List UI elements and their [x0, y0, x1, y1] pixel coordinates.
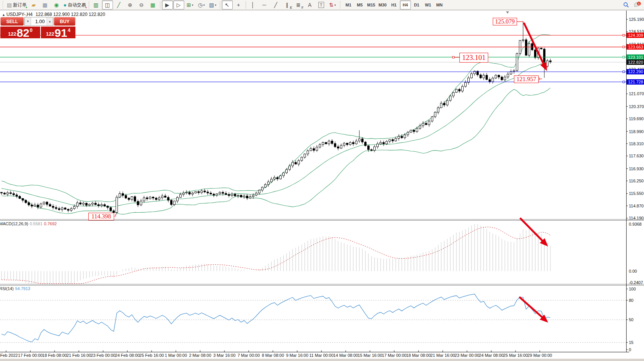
price-badge-label: 121.728	[628, 80, 643, 84]
time-axis-label: 2 Mar 08:00	[189, 353, 212, 358]
level-anchor	[623, 35, 625, 36]
price-tick-label: 121.070	[629, 91, 644, 96]
template-icon[interactable]: ▧▾	[207, 0, 218, 9]
chart-canvas[interactable]: 125.190124.510123.810123.110122.430121.7…	[0, 0, 644, 361]
toolbar-separator	[220, 1, 220, 9]
price-badge-label: 124.309	[628, 33, 643, 38]
time-axis-label: 7 Mar 00:00	[238, 353, 260, 358]
zoom-out-icon[interactable]: ⊖	[136, 0, 147, 9]
price-tick-label: 116.930	[629, 166, 644, 171]
signal-icon[interactable]: ◉	[51, 0, 62, 9]
search-icon[interactable]	[620, 0, 631, 9]
macd-scale-label: -0.2407	[629, 280, 643, 285]
new-order-button[interactable]: ▤+新订单	[6, 0, 28, 9]
rsi-scale-label: 0	[629, 347, 631, 352]
bar-chart-icon[interactable]: ▥	[91, 0, 102, 9]
timeframe-w1[interactable]: W1	[423, 0, 434, 9]
text-label-icon[interactable]: T	[316, 0, 327, 9]
arrows-icon[interactable]: ⇅▾	[327, 0, 338, 9]
timeframe-h1[interactable]: H1	[389, 0, 400, 9]
chart-window-icon[interactable]: ▦	[39, 0, 50, 9]
time-axis-label: 21 Mar 16:00	[431, 353, 455, 358]
time-axis-label: 25 Mar 16:00	[503, 353, 528, 358]
symbol-period: USDJPY-,H4	[6, 12, 33, 17]
price-badge-label: 123.663	[628, 45, 643, 49]
toolbar-separator	[89, 1, 89, 9]
timeframe-m30[interactable]: M30	[377, 0, 388, 9]
annotation-114398: 114.398	[88, 213, 114, 220]
auto-scroll-icon[interactable]: ▶	[162, 0, 173, 9]
line-chart-icon[interactable]: ╱	[113, 0, 124, 9]
macd-signal-value: 0.7692	[44, 221, 57, 226]
time-axis-label: 1 Mar 00:00	[165, 353, 187, 358]
timeframe-d1[interactable]: D1	[411, 0, 422, 9]
chat-icon[interactable]: 1	[632, 0, 643, 9]
status-strip	[0, 359, 644, 361]
horizontal-line-icon[interactable]: ─	[259, 0, 270, 9]
volume-input[interactable]: 1.00	[31, 17, 47, 25]
timeframe-m5[interactable]: M5	[354, 0, 365, 9]
annotation-125079: 125.079	[493, 18, 517, 25]
zoom-in-icon[interactable]: ⊕	[125, 0, 136, 9]
time-axis-label: 8 Mar 08:00	[262, 353, 284, 358]
timeframe-h4[interactable]: H4	[400, 0, 411, 9]
timeframe-m1[interactable]: M1	[343, 0, 354, 9]
timeframe-m15[interactable]: M15	[366, 0, 377, 9]
price-badge-label: 123.101	[628, 55, 643, 60]
time-axis-label: 3 Mar 16:00	[213, 353, 236, 358]
macd-signal-line	[2, 227, 550, 284]
price-tick-label: 117.630	[629, 154, 644, 158]
price-badge-label: 122.290	[628, 69, 643, 74]
ohlc-values: 122.868 122.900 122.820 122.820	[36, 12, 105, 17]
autotrading-button[interactable]: ●▪自动交易	[62, 0, 87, 9]
candles	[1, 21, 552, 214]
macd-name: MACD(12,26,9)	[0, 221, 28, 226]
level-anchor	[623, 46, 625, 48]
macd-panel	[2, 224, 550, 284]
candlestick-chart-icon[interactable]: ◫	[102, 0, 113, 9]
level-anchor	[623, 71, 625, 73]
price-tick-label: 118.310	[629, 141, 644, 146]
buy-price[interactable]: 122 91 4	[41, 27, 75, 38]
level-anchor	[623, 81, 625, 83]
rsi-line	[2, 294, 550, 342]
time-axis-label: 24 Feb 08:00	[115, 353, 140, 358]
eraser-icon[interactable]: ▰	[28, 0, 39, 9]
tile-windows-icon[interactable]: ▦	[147, 0, 158, 9]
trend-arrow	[520, 218, 546, 245]
sell-price-sup: 0	[30, 27, 32, 33]
vertical-line-icon[interactable]: │	[248, 0, 259, 9]
timeframe-mn[interactable]: MN	[434, 0, 445, 9]
period-icon[interactable]: ◷▾	[196, 0, 207, 9]
volume-up-button[interactable]: ▲	[47, 17, 53, 25]
rsi-value: 54.7913	[15, 286, 30, 291]
annotation-anchor	[453, 57, 454, 58]
time-axis-label: 15 Feb 2022	[0, 353, 18, 358]
price-tick-label: 120.370	[629, 104, 644, 109]
price-tick-label: 115.550	[629, 191, 644, 196]
price-tick-label: 125.190	[629, 17, 644, 22]
add-indicator-icon[interactable]: ⊞▾	[185, 0, 196, 9]
mt4-window: ▤+新订单▰▦◉●▪自动交易▥◫╱⊕⊖▦▶▷⊞▾◷▾▧▾↖+│─╱∥E≣FAT⇅…	[0, 0, 644, 361]
buy-button[interactable]: BUY	[54, 17, 75, 26]
trendline-icon[interactable]: ╱	[270, 0, 281, 9]
chart-shift-icon[interactable]: ▷	[173, 0, 184, 9]
time-axis-label: 29 Mar 00:00	[528, 353, 552, 358]
price-tick-label: 114.190	[629, 216, 644, 220]
sell-price[interactable]: 122 82 0	[0, 27, 40, 38]
volume-down-button[interactable]: ▼	[25, 17, 31, 25]
macd-scale-label: 0.00	[629, 269, 637, 273]
cursor-icon[interactable]: ↖	[222, 0, 233, 9]
text-icon[interactable]: A	[304, 0, 315, 9]
sell-button[interactable]: SELL	[0, 17, 24, 26]
fibonacci-icon[interactable]: ≣F	[293, 0, 304, 9]
time-axis-label: 11 Mar 00:00	[309, 353, 334, 358]
time-axis-label: 25 Feb 16:00	[139, 353, 164, 358]
one-click-trade-panel: SELL ▼ 1.00 ▲ BUY 122 82 0 122 91 4	[0, 17, 75, 38]
time-axis-label: 18 Mar 08:00	[406, 353, 431, 358]
rsi-scale-label: 15	[629, 340, 633, 345]
crosshair-icon[interactable]: +	[233, 0, 244, 9]
channel-icon[interactable]: ∥E	[282, 0, 293, 9]
rsi-scale-label: 50	[629, 317, 633, 322]
toolbar-drag-handle	[340, 1, 341, 9]
